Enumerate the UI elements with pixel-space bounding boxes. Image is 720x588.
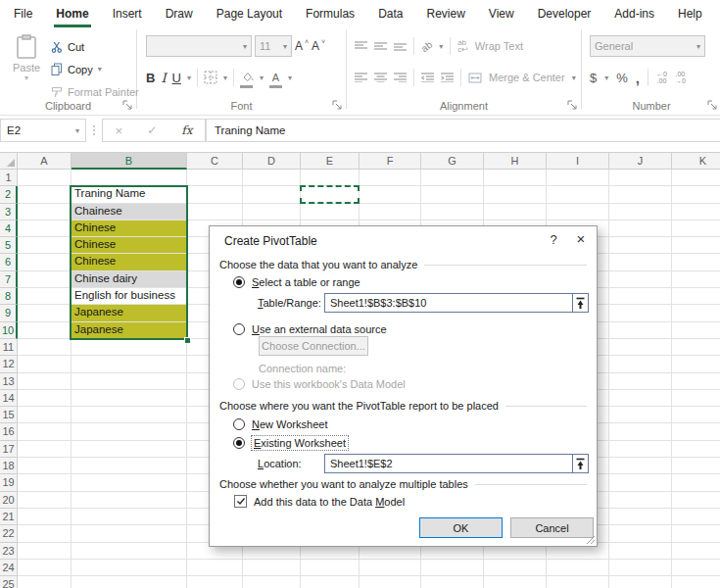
cell-K4[interactable] [672, 220, 720, 237]
cell-J4[interactable] [609, 220, 672, 237]
cell-H3[interactable] [484, 204, 547, 220]
table-range-collapse-button[interactable] [572, 293, 589, 313]
cell-J23[interactable] [609, 543, 672, 560]
orientation-dropdown-arrow[interactable]: ▾ [439, 42, 443, 51]
borders-button[interactable] [204, 71, 217, 84]
cell-B1[interactable] [72, 170, 187, 186]
col-header-E[interactable]: E [301, 153, 360, 170]
row-header-11[interactable]: 11 [0, 339, 18, 356]
cell-A18[interactable] [18, 458, 72, 474]
cell-B5[interactable]: Chinese [72, 237, 187, 254]
row-header-20[interactable]: 20 [0, 492, 18, 509]
row-header-13[interactable]: 13 [0, 373, 18, 390]
name-box-dropdown-arrow[interactable]: ▾ [75, 126, 79, 135]
row-header-15[interactable]: 15 [0, 407, 18, 423]
radio-existing-worksheet[interactable]: Existing Worksheet [233, 436, 348, 450]
cell-H2[interactable] [484, 186, 547, 203]
col-header-I[interactable]: I [547, 153, 609, 170]
cell-A4[interactable] [18, 220, 72, 237]
cell-E1[interactable] [301, 170, 360, 186]
cell-K12[interactable] [672, 356, 720, 372]
formula-input[interactable]: Traning Name [206, 119, 720, 142]
cell-J12[interactable] [609, 356, 672, 372]
merge-center-dropdown-arrow[interactable]: ▾ [572, 74, 576, 82]
merge-center-button[interactable]: Merge & Center [489, 72, 565, 83]
cell-K3[interactable] [672, 204, 720, 220]
row-header-24[interactable]: 24 [0, 560, 18, 576]
cell-A8[interactable] [18, 288, 72, 305]
cell-I25[interactable] [547, 576, 609, 588]
cell-K11[interactable] [672, 339, 720, 356]
cell-K15[interactable] [672, 407, 720, 423]
row-header-6[interactable]: 6 [0, 254, 18, 270]
fill-handle[interactable] [184, 337, 191, 344]
cell-C25[interactable] [187, 576, 243, 588]
cell-C3[interactable] [187, 204, 243, 220]
col-header-J[interactable]: J [609, 153, 672, 170]
cell-K18[interactable] [672, 458, 720, 474]
cell-J9[interactable] [609, 305, 672, 321]
col-header-K[interactable]: K [672, 153, 720, 170]
cell-J21[interactable] [609, 509, 672, 525]
cell-J2[interactable] [609, 186, 672, 203]
cell-K17[interactable] [672, 441, 720, 458]
table-range-input[interactable]: Sheet1!$B$3:$B$10 [324, 293, 573, 313]
cell-J13[interactable] [609, 373, 672, 390]
row-header-19[interactable]: 19 [0, 474, 18, 491]
ribbon-tab-file[interactable]: File [2, 0, 44, 27]
number-dialog-launcher-icon[interactable] [706, 99, 718, 111]
cell-B4[interactable]: Chinese [72, 220, 187, 237]
cell-I3[interactable] [547, 204, 609, 220]
row-header-14[interactable]: 14 [0, 390, 18, 407]
radio-use-external-source-circle[interactable] [233, 323, 245, 335]
cell-A11[interactable] [18, 339, 72, 356]
cell-H1[interactable] [484, 170, 547, 186]
decrease-indent-icon[interactable] [421, 73, 434, 82]
ok-button[interactable]: OK [419, 517, 503, 538]
cell-G1[interactable] [421, 170, 484, 186]
align-left-icon[interactable] [355, 73, 367, 82]
row-header-8[interactable]: 8 [0, 288, 18, 305]
comma-format-button[interactable]: , [636, 70, 640, 86]
cell-K22[interactable] [672, 525, 720, 542]
align-top-icon[interactable] [355, 41, 367, 51]
cell-A21[interactable] [18, 509, 72, 525]
row-header-10[interactable]: 10 [0, 322, 18, 339]
select-all-corner[interactable] [0, 153, 18, 170]
cell-I1[interactable] [547, 170, 609, 186]
font-size-combo[interactable]: 11▾ [255, 35, 292, 57]
cell-B10[interactable]: Japanese [72, 322, 187, 339]
cell-B12[interactable] [72, 356, 187, 372]
font-color-button[interactable]: A [269, 68, 282, 88]
bold-button[interactable]: B [146, 71, 155, 85]
row-header-7[interactable]: 7 [0, 271, 18, 288]
align-bottom-icon[interactable] [394, 41, 407, 51]
radio-select-table-range-circle[interactable] [233, 276, 245, 288]
cell-B15[interactable] [72, 407, 187, 423]
radio-use-external-source[interactable]: Use an external data source [233, 323, 387, 335]
increase-font-size-button[interactable]: A˄ [295, 39, 309, 53]
col-header-F[interactable]: F [360, 153, 421, 170]
cell-J11[interactable] [609, 339, 672, 356]
cell-F24[interactable] [360, 560, 421, 576]
cell-K25[interactable] [672, 576, 720, 588]
cell-A15[interactable] [18, 407, 72, 423]
cell-J16[interactable] [609, 423, 672, 440]
cell-J24[interactable] [609, 560, 672, 576]
cell-A23[interactable] [18, 543, 72, 560]
cell-B8[interactable]: English for business [72, 288, 187, 305]
cell-B20[interactable] [72, 492, 187, 509]
location-input[interactable]: Sheet1!$E$2 [324, 454, 573, 473]
increase-indent-icon[interactable] [441, 73, 454, 82]
clipboard-dialog-launcher-icon[interactable] [121, 99, 133, 111]
currency-format-button[interactable]: $ [590, 71, 597, 85]
dialog-resize-grip[interactable] [584, 533, 596, 545]
cell-E24[interactable] [301, 560, 360, 576]
orientation-button[interactable]: ab [419, 38, 435, 54]
cell-E3[interactable] [301, 204, 360, 220]
cell-J3[interactable] [609, 204, 672, 220]
font-dialog-launcher-icon[interactable] [331, 99, 343, 111]
cell-D25[interactable] [243, 576, 301, 588]
cell-K20[interactable] [672, 492, 720, 509]
cell-D1[interactable] [243, 170, 301, 186]
